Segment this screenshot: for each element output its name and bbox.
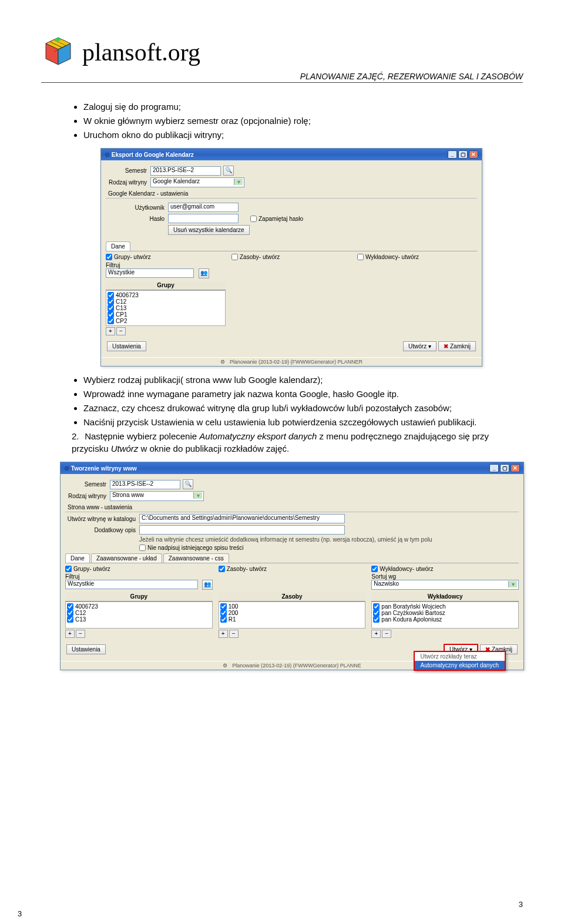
label-rodzaj: Rodzaj witryny	[106, 179, 147, 186]
bullet-list-a: Zaloguj się do programu; W oknie głównym…	[83, 100, 523, 141]
bullet-item: Zaznacz, czy chcesz drukować witrynę dla…	[83, 402, 523, 414]
page-number-left: 3	[18, 909, 22, 918]
list-item[interactable]: pan Boratyński Wojciech	[373, 603, 517, 610]
close-button[interactable]: ✕	[469, 150, 478, 159]
input-filtruj[interactable]: Wszystkie	[65, 580, 198, 589]
list-item[interactable]: pan Czyżkowski Bartosz	[373, 610, 517, 616]
checkbox-zasoby[interactable]: Zasoby- utwórz	[231, 254, 351, 260]
plus-button[interactable]: +	[219, 630, 228, 638]
label-user: Użytkownik	[123, 204, 164, 211]
label-dodatkowy: Dodatkowy opis	[65, 527, 136, 533]
bullet-item: W oknie głównym wybierz semestr oraz (op…	[83, 115, 523, 127]
plus-button[interactable]: +	[65, 630, 75, 638]
section-www-settings: Strona www - ustawienia	[65, 503, 519, 512]
input-semestr[interactable]: 2013.PS-ISE--2	[150, 166, 221, 176]
list-item[interactable]: 4006723	[67, 603, 211, 610]
minimize-button[interactable]: _	[489, 464, 499, 472]
select-sortuj[interactable]: Nazwisko	[371, 580, 519, 590]
input-user[interactable]: user@gmail.com	[168, 203, 239, 212]
hint-text: Jeżeli na witrynie chcesz umieścić dodat…	[139, 536, 519, 543]
listbox-wykladowcy[interactable]: pan Boratyński Wojciech pan Czyżkowski B…	[371, 602, 519, 629]
minus-button[interactable]: −	[116, 327, 126, 335]
select-rodzaj[interactable]: Google Kalendarz	[150, 177, 244, 187]
button-zamknij[interactable]: ✖ Zamknij	[438, 341, 476, 351]
minus-button[interactable]: −	[76, 630, 85, 638]
listbox-grupy[interactable]: 4006723 C12 C13 CP1 CP2	[106, 290, 226, 326]
plus-button[interactable]: +	[106, 327, 115, 335]
input-password[interactable]	[168, 214, 239, 223]
logo-cube-icon	[41, 35, 75, 69]
menu-item-utworz-teraz[interactable]: Utwórz rozkłady teraz	[415, 652, 505, 661]
checkbox-grupy[interactable]: Grupy- utwórz	[65, 566, 213, 572]
button-delete-calendars[interactable]: Usuń wszystkie kalendarze	[168, 225, 250, 235]
col-head-grupy: Grupy	[65, 592, 213, 602]
tab-dane[interactable]: Dane	[65, 553, 90, 563]
tab-uklad[interactable]: Zaawansowane - układ	[91, 553, 162, 563]
label-filtruj: Filtruj	[65, 573, 213, 580]
bullet-item: Uruchom okno do publikacji witryny;	[83, 129, 523, 141]
lookup-button[interactable]: 🔍	[223, 166, 234, 176]
gear-icon: ⚙	[223, 663, 227, 668]
window-tworzenie-witryny: ⚙ Tworzenie witryny www _ ▢ ✕ Semestr 20…	[60, 462, 524, 670]
window-title: Tworzenie witryny www	[71, 465, 137, 472]
minus-button[interactable]: −	[229, 630, 239, 638]
checkbox-wykladowcy[interactable]: Wykładowcy- utwórz	[357, 254, 477, 260]
bullet-item: Zaloguj się do programu;	[83, 100, 523, 113]
checkbox-wykladowcy[interactable]: Wykładowcy- utwórz	[371, 566, 519, 572]
label-filtruj: Filtruj	[106, 262, 477, 268]
button-ustawienia[interactable]: Ustawienia	[107, 341, 146, 351]
list-item[interactable]: 200	[220, 610, 364, 616]
tab-dane[interactable]: Dane	[106, 241, 130, 251]
numbered-step-2: 2. Następnie wybierz polecenie Automatyc…	[72, 430, 523, 455]
lookup-button[interactable]: 🔍	[183, 479, 193, 489]
plus-button[interactable]: +	[371, 630, 381, 638]
window-titlebar: ⚙ Eksport do Google Kalendarz _ ▢ ✕	[101, 149, 482, 160]
minus-button[interactable]: −	[382, 630, 391, 638]
menu-item-auto-export[interactable]: Automatyczny eksport danych	[415, 661, 505, 670]
listbox-grupy[interactable]: 4006723 C12 C13	[65, 602, 213, 629]
select-rodzaj[interactable]: Strona www	[110, 491, 204, 501]
button-ustawienia[interactable]: Ustawienia	[66, 644, 106, 654]
list-item[interactable]: C12	[108, 298, 224, 305]
list-item[interactable]: R1	[220, 616, 364, 623]
label-rodzaj: Rodzaj witryny	[65, 493, 106, 499]
input-semestr[interactable]: 2013.PS-ISE--2	[110, 480, 180, 489]
label-password: Hasło	[123, 216, 164, 222]
list-item[interactable]: 100	[220, 603, 364, 610]
tab-css[interactable]: Zaawansowane - css	[163, 553, 229, 563]
input-dodatkowy[interactable]	[139, 525, 345, 535]
maximize-button[interactable]: ▢	[458, 150, 468, 159]
checkbox-remember[interactable]: Zapamiętaj hasło	[250, 216, 303, 222]
list-item[interactable]: CP1	[108, 311, 224, 318]
filter-lookup-button[interactable]: 👥	[202, 580, 213, 590]
list-item[interactable]: 4006723	[108, 292, 224, 298]
filter-lookup-button[interactable]: 👥	[199, 268, 209, 278]
list-item[interactable]: C13	[67, 616, 211, 623]
checkbox-grupy[interactable]: Grupy- utwórz	[106, 254, 226, 260]
window-titlebar: ⚙ Tworzenie witryny www _ ▢ ✕	[61, 462, 523, 474]
list-item[interactable]: CP2	[108, 318, 224, 324]
status-text: Planowanie (2013-02-19) (FWWWGenerator) …	[232, 663, 361, 668]
button-utworz[interactable]: Utwórz ▾	[403, 341, 437, 351]
minimize-button[interactable]: _	[448, 150, 457, 159]
maximize-button[interactable]: ▢	[500, 464, 509, 472]
input-katalog[interactable]: C:\Documents and Settings\admin\Planowan…	[139, 514, 345, 523]
page-number-right: 3	[519, 900, 523, 909]
section-google-settings: Google Kalendarz - ustawienia	[106, 189, 477, 199]
col-head-wykladowcy: Wykładowcy	[371, 592, 519, 602]
checkbox-nie-nadpisuj[interactable]: Nie nadpisuj istniejącego spisu treści	[139, 545, 243, 551]
label-semestr: Semestr	[65, 481, 106, 488]
list-item[interactable]: pan Kodura Apoloniusz	[373, 616, 517, 623]
listbox-zasoby[interactable]: 100 200 R1	[219, 602, 366, 629]
col-head-grupy: Grupy	[106, 281, 226, 290]
input-filtruj[interactable]: Wszystkie	[106, 268, 194, 278]
status-bar: ⚙ Planowanie (2013-02-19) (FWWWGenerator…	[101, 357, 482, 366]
list-item[interactable]: C13	[108, 305, 224, 311]
gear-icon: ⚙	[64, 465, 69, 472]
gear-icon: ⚙	[220, 359, 225, 365]
window-google-export: ⚙ Eksport do Google Kalendarz _ ▢ ✕ Seme…	[100, 148, 482, 367]
checkbox-zasoby[interactable]: Zasoby- utwórz	[219, 566, 366, 572]
list-item[interactable]: C12	[67, 610, 211, 616]
bullet-item: Wprowadź inne wymagane parametry jak naz…	[83, 388, 523, 400]
close-button[interactable]: ✕	[511, 464, 520, 472]
